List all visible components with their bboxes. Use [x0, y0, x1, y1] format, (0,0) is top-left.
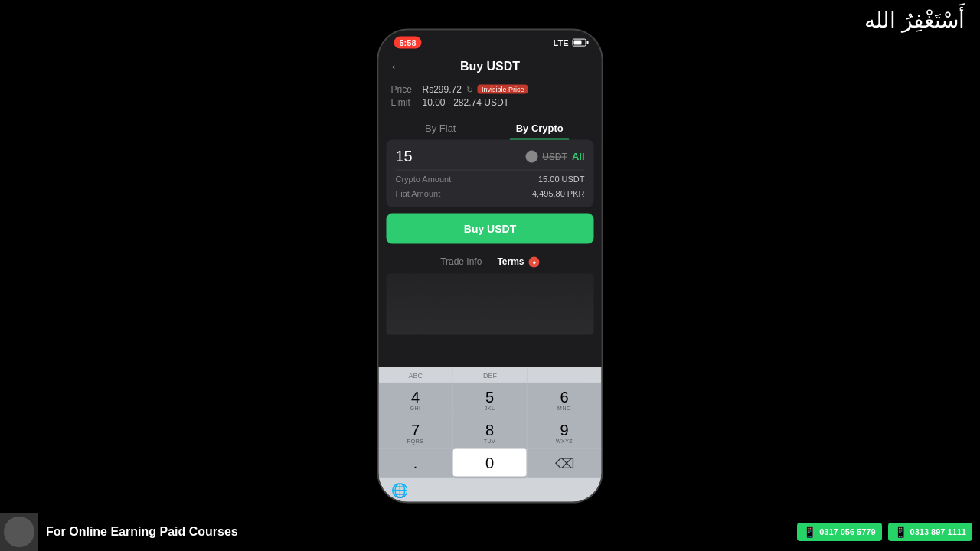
arabic-text: أَسْتَغْفِرُ الله: [864, 8, 965, 33]
whatsapp-icon-1: 📱: [803, 526, 816, 538]
whatsapp-badge-1[interactable]: 📱 0317 056 5779: [797, 523, 881, 541]
numpad-key-7[interactable]: 7 PQRS: [379, 416, 453, 449]
banner-contacts: 📱 0317 056 5779 📱 0313 897 1111: [797, 523, 980, 541]
terms-badge: ♦: [529, 257, 540, 268]
numpad-key-delete[interactable]: ⌫: [528, 449, 602, 478]
refresh-icon: ↻: [466, 84, 473, 94]
contact-num-1: 0317 056 5779: [819, 527, 875, 536]
limit-row: Limit 10.00 - 282.74 USDT: [391, 97, 590, 108]
fiat-amount-row: Fiat Amount 4,495.80 PKR: [396, 185, 585, 200]
avatar-image: [4, 517, 34, 547]
banner-text: For Online Earning Paid Courses: [46, 525, 238, 539]
banner-avatar: [0, 513, 38, 551]
input-section: 15 USDT All Crypto Amount 15.00 USDT Fia…: [387, 140, 594, 207]
price-label: Price: [391, 84, 418, 95]
back-button[interactable]: ←: [390, 58, 403, 74]
numpad-key-dot[interactable]: .: [379, 449, 453, 478]
amount-row: 15 USDT All: [396, 148, 585, 171]
fiat-amount-label: Fiat Amount: [396, 189, 441, 198]
app-content: ← Buy USDT Price Rs299.72 ↻ Invisible Pr…: [379, 52, 602, 502]
limit-label: Limit: [391, 97, 418, 108]
fiat-amount-value: 4,495.80 PKR: [532, 189, 585, 198]
numpad-top-row: ABC DEF: [379, 367, 602, 383]
battery-icon: [573, 39, 586, 47]
bottom-banner: For Online Earning Paid Courses 📱 0317 0…: [0, 513, 980, 551]
numpad-key-8[interactable]: 8 TUV: [453, 416, 528, 449]
banner-text-section: For Online Earning Paid Courses: [38, 525, 797, 539]
globe-icon[interactable]: 🌐: [391, 482, 408, 499]
header: ← Buy USDT: [379, 52, 602, 81]
numpad-top-1: ABC: [379, 367, 453, 383]
page-title: Buy USDT: [460, 60, 520, 73]
whatsapp-badge-2[interactable]: 📱 0313 897 1111: [888, 523, 972, 541]
tab-by-fiat[interactable]: By Fiat: [391, 116, 491, 140]
blurred-content: [387, 274, 594, 335]
limit-value: 10.00 - 282.74 USDT: [423, 97, 509, 108]
trade-info-tab[interactable]: Trade Info: [440, 256, 482, 268]
amount-right: USDT All: [525, 150, 584, 162]
whatsapp-icon-2: 📱: [894, 526, 907, 538]
contact-num-2: 0313 897 1111: [910, 527, 966, 536]
tab-by-crypto[interactable]: By Crypto: [490, 116, 590, 140]
numpad: ABC DEF 4 GHI 5 JKL 6 MNO: [379, 367, 602, 502]
numpad-top-3: [528, 367, 601, 383]
price-value: Rs299.72: [423, 84, 462, 95]
all-button[interactable]: All: [572, 151, 585, 162]
amount-input[interactable]: 15: [396, 148, 526, 165]
lte-label: LTE: [554, 38, 569, 47]
info-tabs: Trade Info Terms ♦: [379, 250, 602, 274]
numpad-key-9[interactable]: 9 WXYZ: [528, 416, 602, 449]
price-info-section: Price Rs299.72 ↻ Invisible Price Limit 1…: [379, 81, 602, 116]
trade-tabs: By Fiat By Crypto: [379, 116, 602, 140]
numpad-key-6[interactable]: 6 MNO: [528, 383, 602, 416]
status-right: LTE: [554, 38, 586, 47]
numpad-grid: 4 GHI 5 JKL 6 MNO 7 PQRS: [379, 383, 602, 478]
numpad-key-5[interactable]: 5 JKL: [453, 383, 528, 416]
status-bar: 5:58 LTE: [379, 31, 602, 52]
status-time: 5:58: [394, 37, 422, 49]
usdt-label: USDT: [542, 151, 567, 161]
globe-bar: 🌐: [379, 478, 602, 502]
crypto-amount-label: Crypto Amount: [396, 174, 452, 184]
buy-usdt-button[interactable]: Buy USDT: [387, 214, 594, 244]
numpad-key-4[interactable]: 4 GHI: [379, 383, 453, 416]
invisible-price-badge: Invisible Price: [478, 85, 528, 94]
crypto-amount-value: 15.00 USDT: [538, 174, 585, 184]
phone-frame: 5:58 LTE ← Buy USDT Price Rs299.72 ↻ Inv…: [377, 29, 603, 504]
usdt-icon: [525, 150, 537, 162]
crypto-amount-row: Crypto Amount 15.00 USDT: [396, 171, 585, 185]
numpad-key-0[interactable]: 0: [453, 449, 528, 478]
price-row: Price Rs299.72 ↻ Invisible Price: [391, 84, 590, 95]
terms-tab[interactable]: Terms ♦: [497, 256, 539, 268]
numpad-top-2: DEF: [453, 367, 528, 383]
